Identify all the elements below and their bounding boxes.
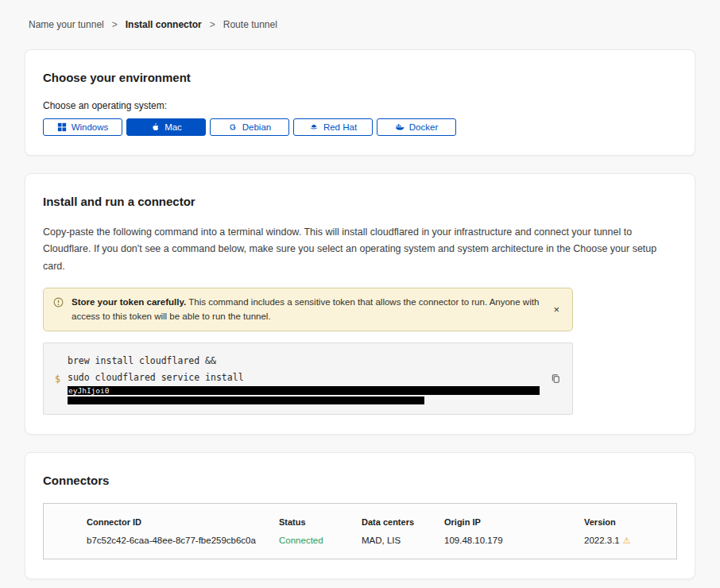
status-cell: Connected xyxy=(279,536,362,545)
install-command-block: $ brew install cloudflared && sudo cloud… xyxy=(43,342,573,414)
connector-id-cell: b7c52c42-6caa-48ee-8c77-fbe259cb6c0a xyxy=(87,536,279,545)
breadcrumb-item-name-your-tunnel[interactable]: Name your tunnel xyxy=(29,19,104,30)
os-button-label: Windows xyxy=(72,122,109,132)
os-button-windows[interactable]: Windows xyxy=(43,118,122,136)
os-button-label: Docker xyxy=(409,122,438,132)
version-cell: 2022.3.1⚠ xyxy=(584,536,664,546)
redacted-token-bar: eyJhIjoi0 xyxy=(68,386,540,395)
column-header-version: Version xyxy=(584,517,664,527)
os-button-label: Red Hat xyxy=(323,122,357,132)
data-centers-cell: MAD, LIS xyxy=(362,536,444,545)
os-button-debian[interactable]: Debian xyxy=(210,118,289,136)
breadcrumb: Name your tunnel>Install connector>Route… xyxy=(0,0,720,30)
os-button-label: Debian xyxy=(242,122,271,132)
connectors-card: Connectors Connector IDStatusData center… xyxy=(25,452,695,579)
install-card: Install and run a connector Copy-paste t… xyxy=(25,173,695,435)
connectors-card-title: Connectors xyxy=(43,474,677,487)
column-header-status: Status xyxy=(279,517,362,527)
close-icon[interactable]: × xyxy=(550,304,563,315)
os-button-label: Mac xyxy=(165,122,182,132)
command-line-2: sudo cloudflared service install xyxy=(68,369,544,386)
windows-icon xyxy=(57,122,67,132)
version-warning-triangle-icon: ⚠ xyxy=(623,536,631,545)
page: Name your tunnel>Install connector>Route… xyxy=(0,0,720,588)
os-button-red-hat[interactable]: Red Hat xyxy=(293,118,373,136)
install-description: Copy-paste the following command into a … xyxy=(43,224,677,275)
token-prefix: eyJhIjoi0 xyxy=(68,386,109,395)
version-value: 2022.3.1 xyxy=(584,536,620,545)
debian-icon xyxy=(228,122,238,132)
column-header-origin-ip: Origin IP xyxy=(444,517,584,527)
column-header-data-centers: Data centers xyxy=(362,517,444,527)
os-button-mac[interactable]: Mac xyxy=(126,118,206,136)
command-line-1: brew install cloudflared && xyxy=(68,353,544,369)
connector-row: b7c52c42-6caa-48ee-8c77-fbe259cb6c0aConn… xyxy=(87,536,664,546)
os-button-group: WindowsMacDebianRed HatDocker xyxy=(43,118,677,136)
token-warning-bold: Store your token carefully. xyxy=(72,297,186,307)
redhat-icon xyxy=(309,122,319,132)
token-warning-banner: Store your token carefully. This command… xyxy=(43,288,573,332)
environment-card-title: Choose your environment xyxy=(43,71,677,84)
copy-icon[interactable] xyxy=(544,373,561,384)
connectors-table-header: Connector IDStatusData centersOrigin IPV… xyxy=(87,517,664,527)
install-card-title: Install and run a connector xyxy=(43,195,677,208)
os-button-docker[interactable]: Docker xyxy=(377,118,456,136)
alert-circle-icon xyxy=(53,297,64,308)
environment-card: Choose your environment Choose an operat… xyxy=(25,49,695,156)
docker-icon xyxy=(395,122,405,132)
origin-ip-cell: 109.48.10.179 xyxy=(444,536,584,545)
breadcrumb-separator: > xyxy=(112,19,118,30)
breadcrumb-separator: > xyxy=(210,19,215,30)
connectors-table: Connector IDStatusData centersOrigin IPV… xyxy=(43,503,677,559)
os-select-label: Choose an operating system: xyxy=(43,100,677,111)
breadcrumb-item-install-connector[interactable]: Install connector xyxy=(126,19,202,30)
column-header-connector-id: Connector ID xyxy=(87,517,279,527)
token-warning-text: Store your token carefully. This command… xyxy=(72,296,542,324)
connectors-table-body: b7c52c42-6caa-48ee-8c77-fbe259cb6c0aConn… xyxy=(87,536,664,546)
install-command-lines: brew install cloudflared && sudo cloudfl… xyxy=(68,353,544,404)
apple-icon xyxy=(150,122,160,132)
breadcrumb-item-route-tunnel[interactable]: Route tunnel xyxy=(223,19,277,30)
shell-prompt: $ xyxy=(55,373,68,385)
redacted-token-bar-2 xyxy=(68,397,424,404)
